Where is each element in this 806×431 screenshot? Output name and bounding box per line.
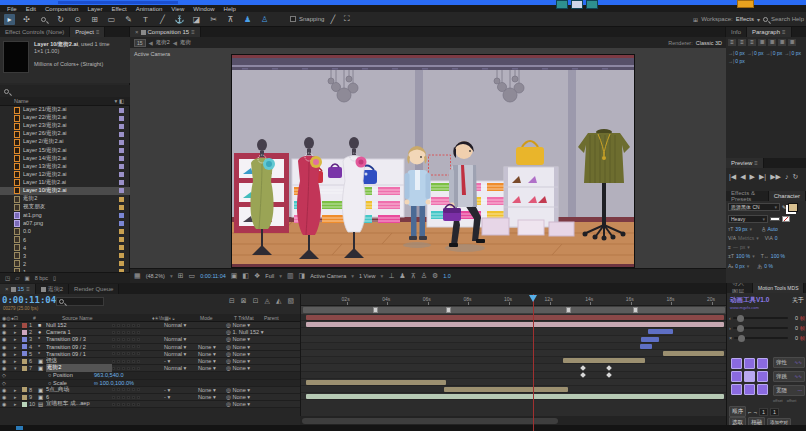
property-row-position[interactable]: ◇○ Position963.0,540.0 bbox=[0, 372, 300, 379]
layer-color-chip[interactable] bbox=[22, 395, 27, 400]
snap-grid-icon[interactable]: ⛶ bbox=[341, 14, 352, 25]
project-item-11[interactable]: 逛街2 bbox=[0, 195, 130, 203]
menu-layer[interactable]: Layer bbox=[83, 6, 106, 12]
label-color-chip[interactable] bbox=[119, 132, 124, 137]
expand-arrow-icon[interactable]: ▸ bbox=[14, 401, 22, 407]
slider-knob[interactable] bbox=[737, 325, 744, 332]
search-help-icon[interactable] bbox=[763, 17, 768, 22]
label-color-chip[interactable] bbox=[119, 245, 124, 250]
expand-arrow-icon[interactable]: ▸ bbox=[14, 351, 22, 357]
parent-select[interactable]: ◎ None ▾ bbox=[226, 365, 286, 371]
frame-blur-icon[interactable]: ◬ bbox=[265, 297, 270, 305]
label-color-chip[interactable] bbox=[119, 221, 124, 226]
visibility-icon[interactable]: ◉ bbox=[0, 336, 14, 342]
layer-name[interactable]: Camera 1 bbox=[46, 329, 112, 335]
exposure-icon[interactable]: ⚙ bbox=[432, 272, 438, 280]
slider-value[interactable]: 0 bbox=[790, 325, 798, 331]
timeline-columns-header[interactable]: ◉◎●⊡ # Source Name ♦☀\fx▦◐◒ Mode T TrkMa… bbox=[0, 314, 300, 322]
brush-tool-icon[interactable]: ╱ bbox=[157, 14, 168, 25]
project-columns-header[interactable]: Name ▾ ◧ bbox=[0, 97, 130, 106]
parent-select[interactable]: ◎ None ▾ bbox=[226, 358, 286, 364]
motion-slider-0[interactable]: ‹0帧 bbox=[727, 313, 806, 323]
property-name[interactable]: ○ Position bbox=[48, 372, 94, 378]
blend-mode[interactable]: - ▾ bbox=[164, 387, 198, 393]
parent-select[interactable]: ◎ 1. Null 152 ▾ bbox=[226, 329, 286, 335]
menu-effect[interactable]: Effect bbox=[107, 6, 130, 12]
snapshot-icon[interactable]: ▣ bbox=[231, 272, 238, 280]
layer-switches[interactable] bbox=[112, 360, 164, 363]
tsume-value[interactable]: 0 % bbox=[764, 263, 773, 269]
shape-tool-icon[interactable]: ▭ bbox=[106, 14, 117, 25]
visibility-icon[interactable]: ◉ bbox=[0, 394, 14, 400]
stroke-swatch-white[interactable] bbox=[770, 217, 780, 221]
composition-marker-0[interactable] bbox=[373, 307, 378, 313]
layer-name[interactable]: 逛街2 bbox=[46, 364, 112, 372]
motion-slider-1[interactable]: ›0帧 bbox=[727, 323, 806, 333]
menu-composition[interactable]: Composition bbox=[41, 6, 82, 12]
expand-arrow-icon[interactable]: ▸ bbox=[14, 394, 22, 400]
viewer-timecode[interactable]: 0:00:11:04 bbox=[200, 273, 226, 279]
play-icon[interactable]: ▶ bbox=[750, 173, 755, 181]
order-value-1[interactable]: 1 bbox=[759, 408, 768, 416]
hand-tool-icon[interactable]: ✣ bbox=[21, 14, 32, 25]
layer-name[interactable]: Transition 09 / 3 bbox=[46, 336, 112, 342]
expand-arrow-icon[interactable]: ▸ bbox=[14, 344, 22, 350]
layer-name[interactable]: 宜喵租车 成...aep bbox=[46, 400, 112, 408]
layer-duration-bar[interactable] bbox=[306, 315, 724, 320]
grid-guides-icon[interactable]: ⊞ bbox=[178, 272, 184, 280]
snapping-checkbox[interactable] bbox=[290, 16, 296, 22]
layer-duration-bar[interactable] bbox=[648, 329, 673, 334]
label-color-chip[interactable] bbox=[119, 253, 124, 258]
layer-duration-bar[interactable] bbox=[306, 322, 724, 327]
search-help-label[interactable]: Search Help bbox=[771, 16, 804, 22]
menu-window[interactable]: Window bbox=[189, 6, 218, 12]
comp-minimap-icon[interactable]: ⊟ bbox=[229, 297, 235, 305]
property-row-scale[interactable]: ◇○ Scale∞ 100.0,100.0% bbox=[0, 380, 300, 387]
menu-help[interactable]: Help bbox=[220, 6, 240, 12]
tab-motion-left[interactable]: 导入图层 bbox=[727, 283, 753, 293]
keyframe-diamond[interactable] bbox=[606, 365, 612, 371]
type-tool-icon[interactable]: T bbox=[140, 14, 151, 25]
timeline-nav-icon[interactable]: ⊼ bbox=[411, 272, 416, 280]
first-frame-icon[interactable]: |◀ bbox=[729, 173, 736, 181]
paragraph-indent-field-2[interactable]: →|0 px bbox=[766, 50, 783, 56]
show-snapshot-icon[interactable]: ◧ bbox=[242, 272, 249, 280]
menu-edit[interactable]: Edit bbox=[22, 6, 40, 12]
layer-name[interactable]: 6 bbox=[46, 394, 112, 400]
align-right-icon[interactable]: ≡ bbox=[748, 39, 756, 46]
project-item-10[interactable]: Layer 10/逛街2.ai bbox=[0, 187, 130, 195]
layer-row-2[interactable]: ◉▸2●Camera 1◎ 1. Null 152 ▾ bbox=[0, 329, 300, 336]
visibility-icon[interactable]: ◉ bbox=[0, 365, 14, 371]
font-style-select[interactable]: Heavy▾ bbox=[728, 215, 768, 223]
menu-animation[interactable]: Animation bbox=[132, 6, 167, 12]
project-item-14[interactable]: a07.png bbox=[0, 219, 130, 227]
tab-effect-controls[interactable]: Effect Controls (None) bbox=[0, 27, 70, 37]
trash-icon[interactable]: ▯ bbox=[53, 275, 56, 281]
label-color-chip[interactable] bbox=[119, 140, 124, 145]
layer-duration-bar[interactable] bbox=[663, 351, 724, 356]
layer-color-chip[interactable] bbox=[22, 330, 27, 335]
keyframe-diamond[interactable] bbox=[606, 372, 612, 378]
tab-motion-tools[interactable]: Motion Tools MDS bbox=[753, 283, 804, 293]
tab-timeline-current[interactable]: × 15≡ bbox=[0, 284, 36, 294]
expand-arrow-icon[interactable]: ▸ bbox=[14, 387, 22, 393]
justify-last-right-icon[interactable]: ≣ bbox=[778, 39, 786, 46]
breadcrumb-item-0[interactable]: 15 bbox=[134, 39, 146, 47]
pan-behind-tool-icon[interactable]: ⊞ bbox=[89, 14, 100, 25]
project-item-18[interactable]: 3 bbox=[0, 252, 130, 260]
layer-row-3[interactable]: ◉▸3*Transition 09 / 3Normal ▾◎ None ▾ bbox=[0, 336, 300, 343]
tab-effects-presets[interactable]: Effects & Presets bbox=[726, 191, 769, 201]
tab-preview[interactable]: Preview≡ bbox=[726, 158, 764, 168]
layer-row-10[interactable]: ◉▸10▤宜喵租车 成...aep◎ None ▾ bbox=[0, 401, 300, 408]
layer-row-7[interactable]: ◉▾7▣逛街2Normal ▾None ▾◎ None ▾ bbox=[0, 365, 300, 372]
snap-angle-icon[interactable]: ╱ bbox=[327, 14, 338, 25]
project-item-1[interactable]: Layer 22/逛街2.ai bbox=[0, 114, 130, 122]
playhead-line[interactable] bbox=[533, 294, 534, 431]
label-color-chip[interactable] bbox=[119, 205, 124, 210]
project-item-15[interactable]: 0.0 bbox=[0, 227, 130, 235]
project-item-9[interactable]: Layer 11/逛街2.ai bbox=[0, 179, 130, 187]
draft3d-icon[interactable]: ⊠ bbox=[241, 297, 247, 305]
baseline-shift-value[interactable]: 0 px bbox=[735, 263, 744, 269]
visibility-icon[interactable]: ◉ bbox=[0, 351, 14, 357]
exposure-value[interactable]: 1.0 bbox=[443, 273, 451, 279]
